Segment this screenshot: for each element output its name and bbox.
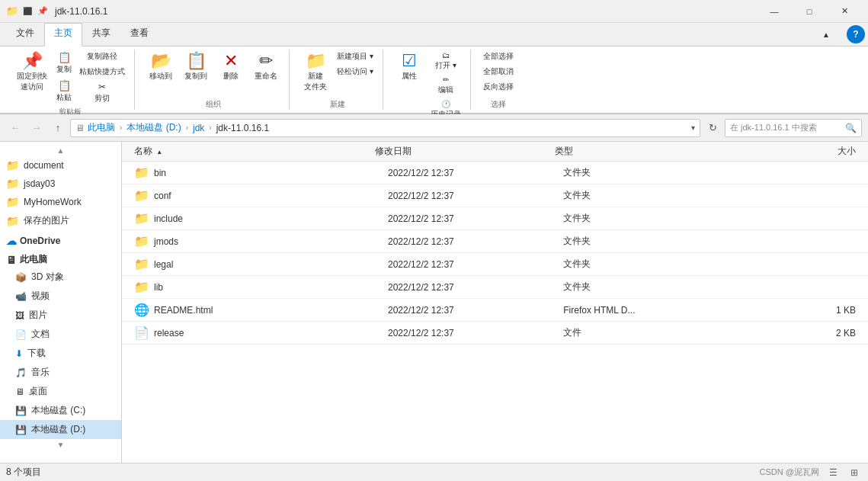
close-button[interactable]: ✕ [827, 0, 862, 23]
pin-icon: 📌 [37, 5, 49, 18]
file-row[interactable]: 📁 lib 2022/12/2 12:37 文件夹 [122, 276, 868, 299]
col-name-header[interactable]: 名称 ▲ [134, 145, 375, 158]
address-bar[interactable]: 🖥 此电脑 › 本地磁盘 (D:) › jdk › jdk-11.0.16.1 … [70, 119, 700, 137]
maximize-button[interactable]: □ [792, 0, 827, 23]
sidebar-item-pictures[interactable]: 🖼 图片 [0, 306, 121, 325]
paste-shortcut-button[interactable]: 粘贴快捷方式 [76, 65, 128, 79]
pin-quick-access-button[interactable]: 📌 固定到快 速访问 [12, 50, 52, 95]
file-type: 文件夹 [563, 189, 738, 202]
file-row[interactable]: 📁 legal 2022/12/2 12:37 文件夹 [122, 253, 868, 276]
file-row[interactable]: 📁 include 2022/12/2 12:37 文件夹 [122, 207, 868, 230]
easy-access-button[interactable]: 轻松访问 ▾ [334, 65, 376, 79]
copy-path-label: 复制路径 [87, 51, 117, 62]
new-folder-label: 新建 文件夹 [304, 71, 327, 92]
file-name: bin [154, 168, 388, 178]
file-row[interactable]: 📁 conf 2022/12/2 12:37 文件夹 [122, 184, 868, 207]
copy-button[interactable]: 📋 复制 [53, 50, 75, 76]
address-current: jdk-11.0.16.1 [216, 123, 269, 133]
properties-button[interactable]: ☑ 属性 [392, 50, 426, 85]
select-all-button[interactable]: 全部选择 [480, 50, 517, 63]
sidebar-item-jsday03[interactable]: 📁 jsday03 [0, 175, 121, 193]
back-button[interactable]: ← [6, 119, 24, 137]
new-folder-button[interactable]: 📁 新建 文件夹 [299, 50, 332, 95]
file-name: jmods [154, 236, 388, 247]
select-none-button[interactable]: 全部取消 [480, 65, 517, 79]
forward-button[interactable]: → [27, 119, 46, 137]
sidebar-onedrive[interactable]: ☁ OneDrive [0, 230, 121, 249]
video-icon: 📹 [15, 291, 27, 302]
sidebar-item-disk-c[interactable]: 💾 本地磁盘 (C:) [0, 401, 121, 420]
cut-button[interactable]: ✂ 剪切 [76, 80, 128, 105]
edit-button[interactable]: ✏ 编辑 [428, 74, 464, 97]
col-type-header[interactable]: 类型 [555, 145, 735, 158]
file-date: 2022/12/2 12:37 [388, 236, 563, 247]
documents-label: 文档 [31, 328, 50, 341]
pin-icon: 📌 [22, 53, 43, 69]
file-row[interactable]: 📁 jmods 2022/12/2 12:37 文件夹 [122, 230, 868, 253]
history-icon: 🕐 [441, 100, 450, 108]
sidebar-item-music[interactable]: 🎵 音乐 [0, 363, 121, 382]
sidebar-item-downloads[interactable]: ⬇ 下载 [0, 344, 121, 363]
folder-icon: 📁 [134, 280, 149, 294]
tab-share[interactable]: 共享 [82, 23, 120, 46]
title-bar-icons: 📁 ⬛ 📌 [6, 5, 49, 18]
sidebar-item-video[interactable]: 📹 视频 [0, 287, 121, 306]
file-row[interactable]: 📁 bin 2022/12/2 12:37 文件夹 [122, 162, 868, 184]
copy-path-button[interactable]: 复制路径 [76, 50, 128, 63]
rename-button[interactable]: ✏ 重命名 [249, 50, 283, 85]
easy-access-label: 轻松访问 ▾ [337, 66, 373, 77]
file-size: 2 KB [739, 328, 857, 338]
address-pc[interactable]: 此电脑 [88, 121, 115, 134]
window-title: jdk-11.0.16.1 [55, 6, 757, 17]
tab-home[interactable]: 主页 [44, 23, 82, 46]
search-bar[interactable]: 在 jdk-11.0.16.1 中搜索 🔍 [725, 119, 862, 137]
file-date: 2022/12/2 12:37 [388, 328, 563, 338]
pc-label: 此电脑 [20, 253, 47, 266]
col-date-header[interactable]: 修改日期 [375, 145, 556, 158]
col-size-header[interactable]: 大小 [735, 145, 856, 158]
new-item-button[interactable]: 新建项目 ▾ [334, 50, 376, 63]
up-button[interactable]: ↑ [49, 119, 67, 137]
list-view-button[interactable]: ☰ [825, 465, 841, 480]
sidebar-scroll-up[interactable]: ▲ [0, 145, 121, 156]
detail-view-button[interactable]: ⊞ [847, 465, 862, 480]
sidebar-this-pc[interactable]: 🖥 此电脑 [0, 249, 121, 268]
open-button[interactable]: 🗂 打开 ▾ [428, 50, 464, 72]
status-right: CSDN @泥瓦网 ☰ ⊞ [760, 465, 862, 480]
video-label: 视频 [31, 290, 50, 303]
file-row[interactable]: 🌐 README.html 2022/12/2 12:37 Firefox HT… [122, 299, 868, 322]
ribbon-collapse-button[interactable]: ▲ [809, 23, 844, 46]
sidebar-item-documents[interactable]: 📄 文档 [0, 325, 121, 344]
address-jdk[interactable]: jdk [193, 123, 204, 133]
address-computer-icon: 🖥 [75, 123, 85, 133]
file-type: 文件夹 [563, 235, 738, 248]
tab-file[interactable]: 文件 [6, 23, 44, 46]
sidebar-item-disk-d[interactable]: 💾 本地磁盘 (D:) [0, 420, 121, 439]
tab-view[interactable]: 查看 [120, 23, 159, 46]
folder-icon: 📁 [134, 211, 149, 226]
sidebar-item-myhomework[interactable]: 📁 MyHomeWork [0, 193, 121, 211]
sidebar-item-desktop[interactable]: 🖥 桌面 [0, 382, 121, 401]
item-count: 8 个项目 [6, 466, 41, 479]
help-button[interactable]: ? [847, 25, 865, 43]
address-disk[interactable]: 本地磁盘 (D:) [127, 121, 181, 134]
move-to-button[interactable]: 📂 移动到 [144, 50, 178, 85]
refresh-button[interactable]: ↻ [703, 119, 722, 137]
delete-button[interactable]: ✕ 删除 [214, 50, 248, 85]
sidebar-item-3d[interactable]: 📦 3D 对象 [0, 268, 121, 287]
ribbon-group-new: 📁 新建 文件夹 新建项目 ▾ 轻松访问 ▾ 新建 [293, 50, 383, 110]
new-col: 新建项目 ▾ 轻松访问 ▾ [334, 50, 376, 79]
rename-label: 重命名 [255, 71, 277, 82]
paste-button[interactable]: 📋 粘贴 [53, 78, 75, 104]
disk-c-icon: 💾 [15, 406, 27, 416]
sidebar-scroll-down[interactable]: ▼ [0, 439, 121, 451]
file-row[interactable]: 📄 release 2022/12/2 12:37 文件 2 KB [122, 322, 868, 345]
sidebar-item-document[interactable]: 📁 document [0, 156, 121, 175]
desktop-label: 桌面 [29, 385, 47, 398]
invert-select-button[interactable]: 反向选择 [480, 80, 517, 94]
address-dropdown-icon[interactable]: ▾ [691, 123, 695, 132]
copy-to-button[interactable]: 📋 复制到 [179, 50, 213, 85]
minimize-button[interactable]: — [757, 0, 792, 23]
sidebar-item-saved-pictures[interactable]: 📁 保存的图片 [0, 211, 121, 230]
file-name: lib [154, 282, 388, 293]
